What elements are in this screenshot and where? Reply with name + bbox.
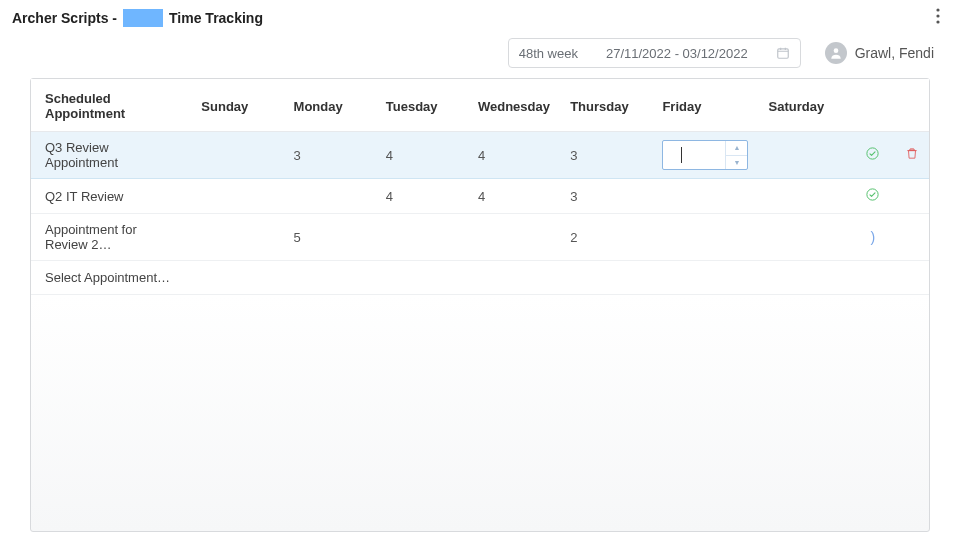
cell-appointment[interactable]: Q3 Review Appointment: [31, 132, 191, 179]
cell-status: [851, 132, 895, 179]
hours-input[interactable]: [663, 141, 725, 169]
cell-wednesday[interactable]: 4: [468, 179, 560, 214]
svg-point-0: [936, 8, 939, 11]
week-picker[interactable]: 48th week 27/11/2022 - 03/12/2022: [508, 38, 801, 68]
cell-delete: [895, 179, 929, 214]
cell-appointment[interactable]: Appointment for Review 2…: [31, 214, 191, 261]
col-wednesday: Wednesday: [468, 79, 560, 132]
svg-point-4: [833, 48, 838, 53]
cell-monday[interactable]: 3: [284, 132, 376, 179]
number-spinner[interactable]: ▲▼: [725, 141, 747, 169]
cell-saturday[interactable]: [759, 214, 851, 261]
user-name: Grawl, Fendi: [855, 45, 934, 61]
cell-delete[interactable]: [895, 132, 929, 179]
table-row[interactable]: Q2 IT Review443: [31, 179, 929, 214]
title-prefix: Archer Scripts -: [12, 10, 117, 26]
text-caret: [681, 147, 682, 163]
spinner-up[interactable]: ▲: [726, 141, 747, 156]
col-appointment: Scheduled Appointment: [31, 79, 191, 132]
cell-monday[interactable]: 5: [284, 214, 376, 261]
svg-point-2: [936, 20, 939, 23]
cell-sunday[interactable]: [191, 214, 283, 261]
timesheet-table: Scheduled Appointment Sunday Monday Tues…: [31, 79, 929, 295]
title-suffix: Time Tracking: [169, 10, 263, 26]
cell-friday[interactable]: [652, 179, 758, 214]
cell-tuesday[interactable]: 4: [376, 179, 468, 214]
loading-icon: ): [871, 229, 876, 245]
cell-friday[interactable]: [652, 214, 758, 261]
user-chip[interactable]: Grawl, Fendi: [825, 42, 934, 64]
cell-wednesday[interactable]: 4: [468, 132, 560, 179]
avatar: [825, 42, 847, 64]
week-label: 48th week: [519, 46, 578, 61]
cell-wednesday[interactable]: [468, 214, 560, 261]
cell-appointment[interactable]: Q2 IT Review: [31, 179, 191, 214]
person-icon: [829, 46, 843, 60]
cell-sunday[interactable]: [191, 179, 283, 214]
cell-friday[interactable]: ▲▼: [652, 132, 758, 179]
hours-input-wrapper[interactable]: ▲▼: [662, 140, 748, 170]
cell-thursday[interactable]: 2: [560, 214, 652, 261]
col-monday: Monday: [284, 79, 376, 132]
app-header: Archer Scripts - Time Tracking: [0, 0, 960, 34]
cell-sunday[interactable]: [191, 132, 283, 179]
calendar-icon: [776, 46, 790, 60]
app-title: Archer Scripts - Time Tracking: [12, 9, 263, 27]
col-sunday: Sunday: [191, 79, 283, 132]
spinner-down[interactable]: ▼: [726, 156, 747, 170]
cell-saturday[interactable]: [759, 179, 851, 214]
cell-thursday[interactable]: 3: [560, 179, 652, 214]
col-thursday: Thursday: [560, 79, 652, 132]
cell-status: ): [851, 214, 895, 261]
cell-delete: [895, 214, 929, 261]
cell-thursday[interactable]: 3: [560, 132, 652, 179]
col-tuesday: Tuesday: [376, 79, 468, 132]
more-menu-button[interactable]: [926, 4, 950, 28]
select-appointment-row[interactable]: Select Appointment…: [31, 261, 929, 295]
check-circle-icon: [865, 149, 880, 164]
cell-tuesday[interactable]: 4: [376, 132, 468, 179]
select-appointment-placeholder[interactable]: Select Appointment…: [31, 261, 929, 295]
col-status: [851, 79, 895, 132]
cell-monday[interactable]: [284, 179, 376, 214]
col-delete: [895, 79, 929, 132]
week-range: 27/11/2022 - 03/12/2022: [606, 46, 748, 61]
table-row[interactable]: Appointment for Review 2…52): [31, 214, 929, 261]
table-row[interactable]: Q3 Review Appointment3443▲▼: [31, 132, 929, 179]
table-header-row: Scheduled Appointment Sunday Monday Tues…: [31, 79, 929, 132]
svg-rect-3: [777, 49, 788, 58]
redacted-block: [123, 9, 163, 27]
trash-icon[interactable]: [905, 149, 919, 164]
toolbar: 48th week 27/11/2022 - 03/12/2022 Grawl,…: [0, 34, 960, 78]
col-saturday: Saturday: [759, 79, 851, 132]
col-friday: Friday: [652, 79, 758, 132]
kebab-icon: [936, 8, 940, 24]
timesheet-panel: Scheduled Appointment Sunday Monday Tues…: [30, 78, 930, 532]
cell-tuesday[interactable]: [376, 214, 468, 261]
cell-status: [851, 179, 895, 214]
svg-point-1: [936, 14, 939, 17]
cell-saturday[interactable]: [759, 132, 851, 179]
check-circle-icon: [865, 190, 880, 205]
